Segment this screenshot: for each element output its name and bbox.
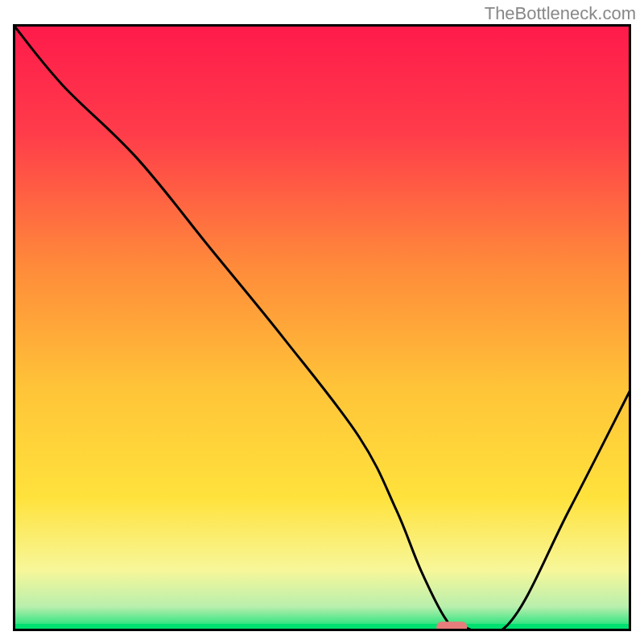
svg-rect-0: [13, 24, 631, 631]
chart-svg: [13, 24, 631, 631]
bottleneck-chart: [13, 24, 631, 631]
watermark-text: TheBottleneck.com: [485, 3, 636, 24]
